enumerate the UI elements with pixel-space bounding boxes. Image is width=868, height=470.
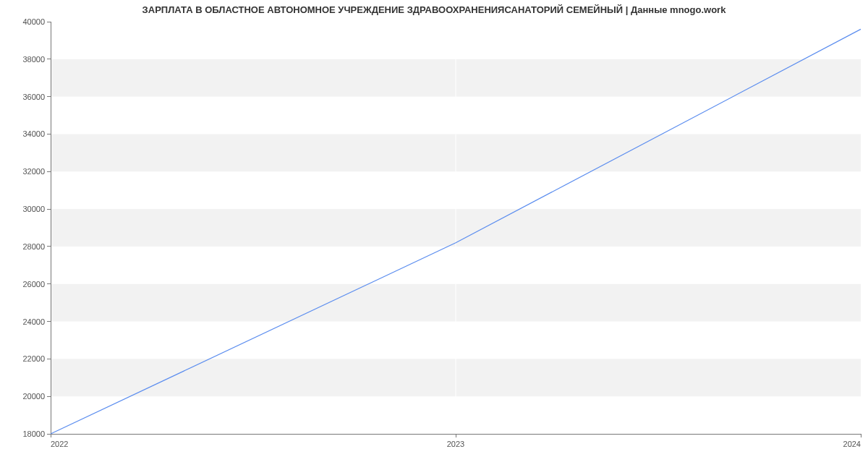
x-tick-label: 2022 xyxy=(51,440,68,448)
y-tick-label: 32000 xyxy=(22,167,45,176)
y-tick-label: 28000 xyxy=(22,242,45,251)
y-tick-label: 22000 xyxy=(22,354,45,363)
y-tick-label: 34000 xyxy=(22,129,45,138)
y-tick-label: 30000 xyxy=(22,205,45,213)
y-tick-label: 38000 xyxy=(22,55,45,64)
y-tick-label: 40000 xyxy=(22,17,45,26)
chart-container: ЗАРПЛАТА В ОБЛАСТНОЕ АВТОНОМНОЕ УЧРЕЖДЕН… xyxy=(0,0,868,470)
y-tick-label: 36000 xyxy=(22,93,45,101)
y-tick-label: 24000 xyxy=(22,317,45,326)
y-tick-label: 20000 xyxy=(22,392,45,401)
x-tick-label: 2024 xyxy=(843,440,861,448)
x-tick-label: 2023 xyxy=(447,440,464,448)
y-tick-label: 18000 xyxy=(22,430,45,438)
chart-svg: 1800020000220002400026000280003000032000… xyxy=(0,0,868,470)
y-tick-label: 26000 xyxy=(22,280,45,289)
